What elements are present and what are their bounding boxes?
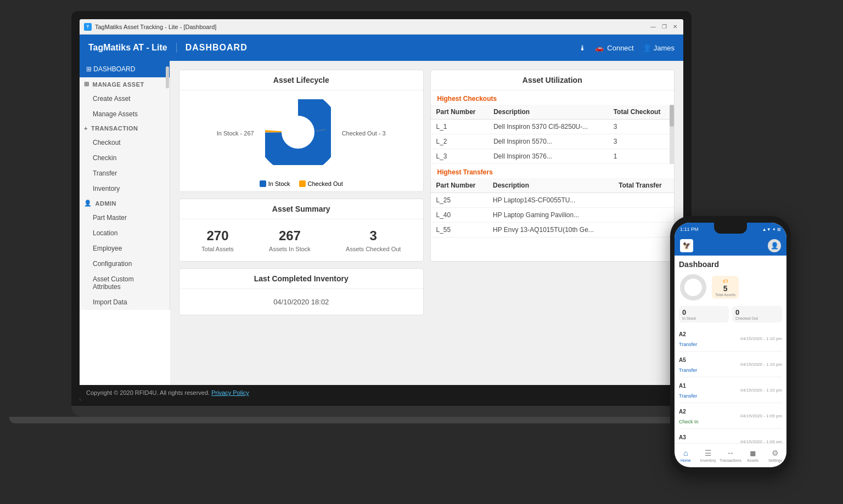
sidebar-item-checkout[interactable]: Checkout: [80, 135, 170, 150]
sidebar-scrollbar[interactable]: [166, 66, 169, 88]
sidebar-item-import-data[interactable]: Import Data: [80, 295, 170, 310]
admin-label: ADMIN: [95, 200, 117, 207]
inventory-card-title: Last Completed Inventory: [179, 269, 423, 289]
manage-asset-icon: ⊞: [84, 81, 89, 88]
legend-in-stock-label: In Stock: [268, 180, 290, 187]
col-total-checkout: Total Checkout: [608, 105, 674, 120]
header-actions: 🌡 🚗 Connect 👤 James: [579, 44, 675, 52]
copyright-text: Copyright © 2020 RFID4U. All rights rese…: [86, 389, 210, 396]
highest-checkouts-label: Highest Checkouts: [431, 90, 675, 105]
pie-labels-left: In Stock - 267: [217, 130, 254, 137]
app-brand: TagMatiks AT - Lite: [88, 43, 177, 53]
checked-out-label: Checked Out - 3: [342, 130, 386, 137]
phone-nav-inventory[interactable]: ☰ Inventory: [697, 449, 720, 462]
t-total-3: [613, 223, 674, 237]
summary-stats: 270 Total Assets 267 Assets In Stock 3 A…: [179, 219, 423, 261]
phone-in-stock-number: 0: [682, 308, 726, 316]
row-desc-3: Dell Inspiron 3576...: [488, 149, 608, 164]
sidebar-item-custom-attributes[interactable]: Asset Custom Attributes: [80, 271, 170, 295]
list-item: A1Transfer 04/15/2020 - 1:10 pm: [679, 377, 782, 403]
privacy-policy-link[interactable]: Privacy Policy: [211, 389, 249, 396]
asset-summary-card: Asset Summary 270 Total Assets 267 Asset…: [179, 199, 424, 262]
dashboard-grid-icon: ⊞: [86, 65, 93, 73]
scrollbar-thumb: [670, 105, 674, 127]
sidebar-item-configuration[interactable]: Configuration: [80, 256, 170, 271]
transactions-icon: ↔: [727, 449, 734, 457]
home-icon: ⌂: [683, 449, 688, 457]
phone-in-stock-label: In Stock: [682, 316, 726, 320]
col-part-number: Part Number: [431, 105, 488, 120]
thermometer-button[interactable]: 🌡: [579, 44, 586, 52]
phone-nav-assets[interactable]: ◼ Assets: [741, 449, 764, 462]
phone-nav-home[interactable]: ⌂ Home: [675, 449, 697, 462]
phone-total-assets-section: 🏷 5 Total Assets: [679, 273, 782, 302]
sidebar-content: ⊞ DASHBOARD ⊞ MANAGE ASSET Create Asset …: [80, 61, 170, 310]
maximize-button[interactable]: ❐: [660, 23, 668, 31]
sidebar-item-inventory[interactable]: Inventory: [80, 181, 170, 196]
sidebar-item-part-master[interactable]: Part Master: [80, 210, 170, 225]
app-window: T TagMatiks Asset Tracking - Lite - [Das…: [80, 19, 683, 400]
table-row: L_25 HP Laptop14S-CF0055TU...: [431, 193, 675, 208]
row-total-2: 3: [608, 134, 674, 149]
list-item: A2Check In 04/15/2020 - 1:09 pm: [679, 403, 782, 429]
part-master-label: Part Master: [93, 214, 127, 222]
t-part-3: L_55: [431, 223, 487, 237]
settings-label: Settings: [768, 458, 782, 462]
user-section[interactable]: 👤 James: [643, 44, 675, 52]
phone-total-num: 5: [723, 284, 728, 293]
row-desc-1: Dell Inspiron 5370 CI5-8250U-...: [488, 120, 608, 134]
inventory-label: Inventory: [93, 185, 120, 192]
phone-nav-settings[interactable]: ⚙ Settings: [764, 449, 786, 462]
connect-button[interactable]: 🚗 Connect: [595, 44, 633, 52]
phone-small-stats: 0 In Stock 0 Checked Out: [679, 306, 782, 322]
assets-label: Assets: [747, 458, 758, 462]
home-label: Home: [681, 458, 691, 462]
employee-label: Employee: [93, 245, 122, 252]
laptop-screen: T TagMatiks Asset Tracking - Lite - [Das…: [71, 11, 692, 406]
sidebar-item-manage-assets[interactable]: Manage Assets: [80, 106, 170, 122]
table-row: L_1 Dell Inspiron 5370 CI5-8250U-... 3: [431, 120, 675, 134]
sidebar-item-employee[interactable]: Employee: [80, 241, 170, 256]
window-app-icon: T: [84, 23, 92, 31]
checkout-table-scrollbar[interactable]: [670, 105, 674, 164]
user-name: James: [654, 44, 675, 52]
list-item: A5Transfer 04/15/2020 - 1:10 pm: [679, 352, 782, 377]
manage-assets-label: Manage Assets: [93, 110, 138, 118]
sidebar-item-checkin[interactable]: Checkin: [80, 150, 170, 166]
page-title: DASHBOARD: [186, 43, 580, 53]
t-total-2: [613, 208, 674, 223]
window-title: TagMatiks Asset Tracking - Lite - [Dashb…: [95, 24, 649, 30]
t-part-1: L_25: [431, 193, 487, 208]
sidebar-item-create-asset[interactable]: Create Asset: [80, 91, 170, 106]
phone-total-badge: 🏷 5 Total Assets: [712, 276, 739, 299]
t-desc-2: HP Laptop Gaming Pavilion...: [487, 208, 613, 223]
list-item-id: A3Check In: [679, 432, 699, 443]
sidebar-item-transfer[interactable]: Transfer: [80, 166, 170, 181]
table-row: L_2 Dell Inspiron 5570... 3: [431, 134, 675, 149]
phone-user-icon[interactable]: 👤: [768, 239, 781, 252]
phone-nav-transactions[interactable]: ↔ Transactions: [720, 449, 742, 462]
phone-checked-out-number: 0: [735, 308, 779, 316]
phone-activity-list: A2Transfer 04/15/2020 - 1:10 pm A5Transf…: [679, 326, 782, 443]
col-part-number-t: Part Number: [431, 178, 487, 193]
laptop-base: [71, 406, 692, 417]
t-desc-3: HP Envy 13-AQ1015TU(10th Ge...: [487, 223, 613, 237]
checkin-label: Checkin: [93, 154, 116, 162]
window-controls[interactable]: — ❐ ✕: [649, 23, 679, 31]
row-part-3: L_3: [431, 149, 488, 164]
t-total-1: [613, 193, 674, 208]
sidebar-item-dashboard[interactable]: ⊞ DASHBOARD: [80, 61, 170, 77]
phone-bottom-nav: ⌂ Home ☰ Inventory ↔ Transactions ◼ Asse…: [675, 443, 786, 467]
settings-icon: ⚙: [772, 449, 779, 457]
assets-icon: ◼: [750, 449, 756, 457]
minimize-button[interactable]: —: [649, 23, 657, 31]
close-button[interactable]: ✕: [671, 23, 679, 31]
create-asset-label: Create Asset: [93, 95, 131, 103]
transaction-label: TRANSACTION: [91, 125, 138, 132]
total-assets-number: 270: [201, 228, 234, 243]
sidebar-item-location[interactable]: Location: [80, 225, 170, 241]
admin-icon: 👤: [84, 200, 92, 207]
phone-total-label: Total Assets: [715, 293, 735, 297]
summary-card-title: Asset Summary: [179, 199, 423, 219]
laptop-base-bottom: [9, 417, 754, 423]
